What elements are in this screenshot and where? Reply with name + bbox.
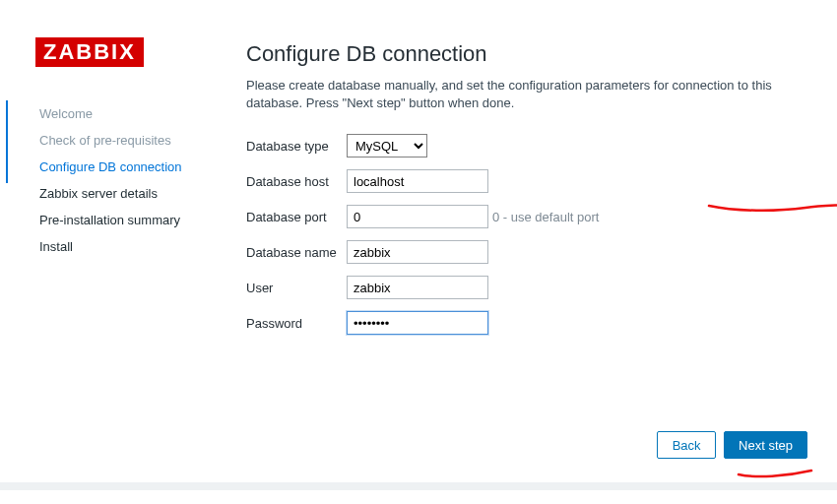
step-install[interactable]: Install xyxy=(39,233,226,260)
step-welcome[interactable]: Welcome xyxy=(39,100,226,127)
main-panel: Configure DB connection Please create da… xyxy=(226,0,837,482)
logo: ZABBIX xyxy=(35,37,144,67)
installer-layout: ZABBIX Welcome Check of pre-requisites C… xyxy=(0,0,837,482)
step-server-details[interactable]: Zabbix server details xyxy=(39,180,226,207)
label-password: Password xyxy=(246,316,347,331)
label-db-name: Database name xyxy=(246,245,347,260)
row-password: Password xyxy=(246,311,807,335)
annotation-scribble-icon xyxy=(737,467,813,480)
step-prerequisites[interactable]: Check of pre-requisites xyxy=(39,127,226,154)
label-user: User xyxy=(246,281,347,295)
step-list: Welcome Check of pre-requisites Configur… xyxy=(0,100,226,260)
step-db-connection[interactable]: Configure DB connection xyxy=(39,154,226,180)
label-db-type: Database type xyxy=(246,139,347,154)
row-db-port: Database port 0 - use default port xyxy=(246,205,807,228)
page-title: Configure DB connection xyxy=(246,41,807,67)
input-user[interactable] xyxy=(347,276,488,299)
step-summary[interactable]: Pre-installation summary xyxy=(39,207,226,233)
select-db-type[interactable]: MySQL xyxy=(347,134,427,158)
back-button[interactable]: Back xyxy=(657,431,716,459)
hint-db-port: 0 - use default port xyxy=(492,210,599,224)
row-db-type: Database type MySQL xyxy=(246,134,807,158)
input-db-port[interactable] xyxy=(347,205,488,228)
label-db-port: Database port xyxy=(246,210,347,224)
input-password[interactable] xyxy=(347,311,488,335)
footer-buttons: Back Next step xyxy=(657,431,807,459)
bottom-bar xyxy=(0,482,837,490)
label-db-host: Database host xyxy=(246,174,347,189)
next-step-button[interactable]: Next step xyxy=(724,431,807,459)
input-db-host[interactable] xyxy=(347,169,488,193)
row-db-host: Database host xyxy=(246,169,807,193)
page-intro: Please create database manually, and set… xyxy=(246,77,807,112)
sidebar: ZABBIX Welcome Check of pre-requisites C… xyxy=(0,0,226,482)
row-user: User xyxy=(246,276,807,299)
input-db-name[interactable] xyxy=(347,240,488,264)
row-db-name: Database name xyxy=(246,240,807,264)
